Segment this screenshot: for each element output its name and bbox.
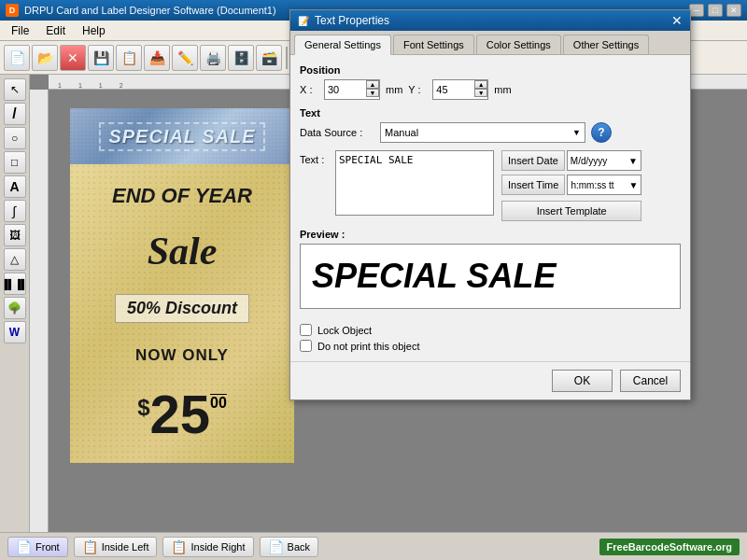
y-label: Y : — [408, 84, 427, 95]
edit-button[interactable]: ✏️ — [172, 45, 198, 71]
inside-right-tab-icon: 📋 — [171, 539, 187, 554]
date-format-dropdown[interactable]: M/d/yyyy ▼ — [567, 150, 641, 171]
tab-color-settings[interactable]: Color Settings — [476, 35, 561, 54]
preview-text: SPECIAL SALE — [312, 257, 556, 296]
tab-font-settings[interactable]: Font Settings — [393, 35, 474, 54]
cancel-button[interactable]: Cancel — [620, 370, 681, 392]
menu-edit[interactable]: Edit — [38, 22, 73, 39]
insert-template-button[interactable]: Insert Template — [501, 201, 641, 221]
tree-tool[interactable]: 🌳 — [4, 297, 26, 319]
ruler-vertical — [30, 90, 49, 532]
w-tool[interactable]: W — [4, 321, 26, 343]
save-button[interactable]: 💾 — [88, 45, 114, 71]
datasource-label: Data Source : — [300, 127, 374, 138]
label-top-strip: SPECIAL SALE — [70, 108, 294, 164]
barcode-tool[interactable]: ▐▌▐▌ — [4, 273, 26, 295]
ok-button[interactable]: OK — [552, 370, 613, 392]
no-print-checkbox[interactable] — [300, 340, 312, 352]
new-button[interactable]: 📄 — [4, 45, 30, 71]
dialog-footer: OK Cancel — [290, 361, 690, 399]
line-tool[interactable]: / — [4, 103, 26, 125]
label-price-cents: 00 — [210, 395, 227, 412]
select-tool[interactable]: ↖ — [4, 78, 26, 101]
x-up[interactable]: ▲ — [366, 80, 379, 89]
y-input-group: 45 ▲ ▼ — [432, 79, 488, 100]
curve-tool[interactable]: ∫ — [4, 200, 26, 222]
back-tab-label: Back — [288, 541, 310, 553]
rectangle-tool[interactable]: □ — [4, 151, 26, 174]
tab-inside-right[interactable]: 📋 Inside Right — [162, 537, 253, 557]
import-button[interactable]: 📥 — [144, 45, 170, 71]
dialog-close-button[interactable]: ✕ — [671, 13, 683, 28]
lock-object-checkbox[interactable] — [300, 324, 312, 336]
minimize-button[interactable]: ─ — [689, 4, 704, 17]
position-section-label: Position — [300, 64, 681, 76]
no-print-label: Do not print this object — [317, 341, 419, 352]
checkboxes-area: Lock Object Do not print this object — [290, 318, 690, 361]
text-insert-buttons: Insert Date M/d/yyyy ▼ Insert Time h:mm:… — [501, 150, 641, 221]
back-tab-icon: 📄 — [268, 539, 284, 554]
sale-label: SPECIAL SALE END OF YEAR Sale 50% Discou… — [70, 108, 294, 463]
close-button[interactable]: ✕ — [726, 4, 741, 17]
preview-box: SPECIAL SALE — [300, 244, 681, 309]
insert-time-row: Insert Time h:mm:ss tt ▼ — [501, 175, 641, 195]
label-special-sale-text: SPECIAL SALE — [99, 122, 264, 151]
y-unit: mm — [494, 84, 511, 95]
front-tab-label: Front — [35, 541, 60, 553]
y-up[interactable]: ▲ — [474, 80, 487, 89]
maximize-button[interactable]: □ — [708, 4, 723, 17]
datasource-dropdown[interactable]: Manual ▼ — [380, 122, 585, 143]
position-row: X : 30 ▲ ▼ mm Y : 45 ▲ ▼ mm — [300, 79, 681, 100]
save-as-button[interactable]: 📋 — [116, 45, 142, 71]
datasource-arrow: ▼ — [572, 128, 581, 137]
x-input[interactable]: 30 — [325, 80, 366, 99]
app-icon: D — [6, 4, 19, 17]
tab-other-settings[interactable]: Other Settings — [563, 35, 649, 54]
text-tool[interactable]: A — [4, 175, 26, 198]
text-input-section: Text : Insert Date M/d/yyyy ▼ Insert Tim… — [300, 150, 681, 221]
dialog-icon: 📝 — [298, 16, 309, 26]
text-textarea[interactable] — [335, 150, 494, 216]
print-button[interactable]: 🖨️ — [200, 45, 226, 71]
x-unit: mm — [386, 84, 402, 95]
x-down[interactable]: ▼ — [366, 89, 379, 97]
triangle-tool[interactable]: △ — [4, 248, 26, 271]
x-spinner[interactable]: ▲ ▼ — [366, 80, 379, 99]
tab-general-settings[interactable]: General Settings — [294, 35, 391, 55]
insert-date-button[interactable]: Insert Date — [501, 150, 565, 171]
inside-left-tab-icon: 📋 — [82, 539, 98, 554]
y-down[interactable]: ▼ — [474, 89, 487, 97]
tab-front[interactable]: 📄 Front — [7, 537, 68, 557]
close-file-button[interactable]: ✕ — [60, 45, 86, 71]
window-title: DRPU Card and Label Designer Software (D… — [24, 5, 276, 16]
database2-button[interactable]: 🗃️ — [256, 45, 282, 71]
label-price-main: 25 — [150, 387, 211, 441]
bottom-bar: 📄 Front 📋 Inside Left 📋 Inside Right 📄 B… — [0, 532, 747, 560]
insert-time-button[interactable]: Insert Time — [501, 175, 565, 195]
toolbar-separator — [286, 47, 288, 69]
y-input[interactable]: 45 — [433, 80, 474, 99]
label-sale: Sale — [148, 231, 218, 271]
inside-left-tab-label: Inside Left — [102, 541, 149, 553]
time-format-dropdown[interactable]: h:mm:ss tt ▼ — [567, 175, 641, 195]
tab-back[interactable]: 📄 Back — [260, 537, 318, 557]
label-body: END OF YEAR Sale 50% Discount NOW ONLY $… — [70, 164, 294, 463]
main-area: ↖ / ○ □ A ∫ 🖼 △ ▐▌▐▌ 🌳 W 1 1 1 2 — [0, 75, 747, 532]
label-price: $ 25 00 — [137, 387, 227, 441]
y-spinner[interactable]: ▲ ▼ — [474, 80, 487, 99]
help-button[interactable]: ? — [591, 122, 612, 143]
dialog-content: Position X : 30 ▲ ▼ mm Y : 45 ▲ ▼ — [290, 55, 690, 318]
text-field-label: Text : — [300, 154, 328, 221]
open-button[interactable]: 📂 — [32, 45, 58, 71]
menu-help[interactable]: Help — [75, 22, 113, 39]
database-button[interactable]: 🗄️ — [228, 45, 254, 71]
label-canvas: SPECIAL SALE END OF YEAR Sale 50% Discou… — [56, 90, 308, 482]
menu-file[interactable]: File — [4, 22, 36, 39]
tab-inside-left[interactable]: 📋 Inside Left — [74, 537, 158, 557]
no-print-row: Do not print this object — [300, 340, 681, 352]
window-controls[interactable]: ─ □ ✕ — [689, 4, 741, 17]
image-tool[interactable]: 🖼 — [4, 224, 26, 246]
label-discount: 50% Discount — [127, 299, 237, 317]
ellipse-tool[interactable]: ○ — [4, 127, 26, 149]
left-toolbar: ↖ / ○ □ A ∫ 🖼 △ ▐▌▐▌ 🌳 W — [0, 75, 30, 532]
